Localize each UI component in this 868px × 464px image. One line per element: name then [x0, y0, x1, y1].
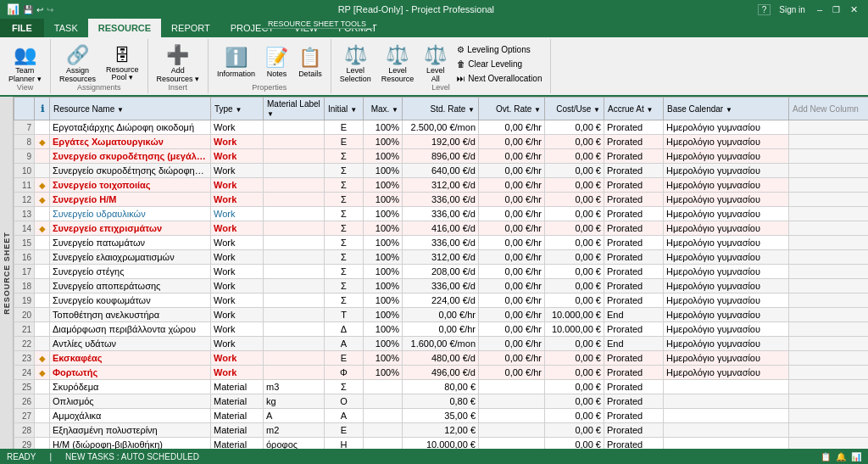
- row-std-rate[interactable]: 2.500,00 €/mon: [403, 120, 479, 135]
- row-material[interactable]: m3: [264, 380, 325, 394]
- row-std-rate[interactable]: 336,00 €/d: [403, 193, 479, 207]
- row-std-rate[interactable]: 1.600,00 €/mon: [403, 337, 479, 351]
- row-type[interactable]: Work: [211, 207, 264, 221]
- row-ovt-rate[interactable]: [479, 423, 545, 438]
- notes-btn[interactable]: 📝 Notes: [262, 45, 292, 80]
- row-max[interactable]: [364, 438, 403, 450]
- row-cost-use[interactable]: 0,00 €: [545, 265, 604, 279]
- row-max[interactable]: [364, 409, 403, 423]
- row-ovt-rate[interactable]: 0,00 €/hr: [479, 366, 545, 380]
- row-max[interactable]: 100%: [364, 337, 403, 351]
- row-ovt-rate[interactable]: 0,00 €/hr: [479, 265, 545, 279]
- row-calendar[interactable]: [664, 394, 789, 409]
- row-name[interactable]: Συνεργείο τοιχοποιίας: [50, 178, 211, 193]
- row-cost-use[interactable]: 0,00 €: [545, 120, 604, 135]
- row-name[interactable]: Συνεργείο αποπεράτωσης: [50, 279, 211, 293]
- col-header-type[interactable]: Type ▼: [211, 98, 264, 120]
- row-initials[interactable]: Σ: [325, 250, 364, 265]
- row-name[interactable]: Εργοταξιάρχης Διώροφη οικοδομή: [50, 120, 211, 135]
- row-std-rate[interactable]: 208,00 €/d: [403, 265, 479, 279]
- row-initials[interactable]: Σ: [325, 149, 364, 164]
- row-material[interactable]: kg: [264, 394, 325, 409]
- row-name[interactable]: Εξηλασμένη πολυστερίνη: [50, 423, 211, 438]
- information-btn[interactable]: ℹ️ Information: [214, 45, 259, 80]
- row-type[interactable]: Material: [211, 438, 264, 450]
- row-type[interactable]: Work: [211, 193, 264, 207]
- row-calendar[interactable]: Ημερολόγιο γυμνασίου: [664, 279, 789, 293]
- row-cost-use[interactable]: 0,00 €: [545, 337, 604, 351]
- row-name[interactable]: Συνεργείο κουφωμάτων: [50, 293, 211, 308]
- row-max[interactable]: 100%: [364, 164, 403, 178]
- table-row[interactable]: 14 ◆ Συνεργείο επιχρισμάτων Work Σ 100% …: [14, 221, 869, 236]
- row-type[interactable]: Material: [211, 394, 264, 409]
- row-cost-use[interactable]: 0,00 €: [545, 178, 604, 193]
- row-ovt-rate[interactable]: 0,00 €/hr: [479, 279, 545, 293]
- row-std-rate[interactable]: 480,00 €/d: [403, 351, 479, 366]
- row-std-rate[interactable]: 10.000,00 €: [403, 438, 479, 450]
- table-row[interactable]: 13 Συνεργείο υδραυλικών Work Σ 100% 336,…: [14, 207, 869, 221]
- row-material[interactable]: [264, 221, 325, 236]
- row-type[interactable]: Work: [211, 135, 264, 149]
- row-std-rate[interactable]: 336,00 €/d: [403, 279, 479, 293]
- row-ovt-rate[interactable]: 0,00 €/hr: [479, 193, 545, 207]
- level-selection-btn[interactable]: ⚖️ LevelSelection: [337, 42, 375, 86]
- col-header-calendar[interactable]: Base Calendar ▼: [664, 98, 789, 120]
- row-ovt-rate[interactable]: 0,00 €/hr: [479, 351, 545, 366]
- col-header-name[interactable]: Resource Name ▼: [50, 98, 211, 120]
- row-material[interactable]: [264, 135, 325, 149]
- row-initials[interactable]: E: [325, 351, 364, 366]
- row-name[interactable]: Τοποθέτηση ανελκυστήρα: [50, 308, 211, 322]
- row-accrue[interactable]: Prorated: [604, 164, 664, 178]
- row-type[interactable]: Work: [211, 308, 264, 322]
- row-type[interactable]: Material: [211, 380, 264, 394]
- row-accrue[interactable]: Prorated: [604, 423, 664, 438]
- table-row[interactable]: 25 Σκυρόδεμα Material m3 Σ 80,00 € 0,00 …: [14, 380, 869, 394]
- table-row[interactable]: 12 ◆ Συνεργείο Η/Μ Work Σ 100% 336,00 €/…: [14, 193, 869, 207]
- row-std-rate[interactable]: 640,00 €/d: [403, 164, 479, 178]
- row-ovt-rate[interactable]: 0,00 €/hr: [479, 308, 545, 322]
- row-material[interactable]: [264, 351, 325, 366]
- row-name[interactable]: Διαμόρφωση περιβάλλοντα χώρου: [50, 322, 211, 337]
- row-material[interactable]: A: [264, 409, 325, 423]
- row-calendar[interactable]: Ημερολόγιο γυμνασίου: [664, 221, 789, 236]
- row-initials[interactable]: Σ: [325, 265, 364, 279]
- row-cost-use[interactable]: 0,00 €: [545, 221, 604, 236]
- tab-task[interactable]: TASK: [44, 19, 88, 37]
- row-max[interactable]: 100%: [364, 193, 403, 207]
- resource-pool-btn[interactable]: 🗄 ResourcePool ▾: [103, 44, 142, 85]
- row-calendar[interactable]: Ημερολόγιο γυμνασίου: [664, 265, 789, 279]
- row-ovt-rate[interactable]: [479, 394, 545, 409]
- row-ovt-rate[interactable]: 0,00 €/hr: [479, 207, 545, 221]
- row-name[interactable]: Φορτωτής: [50, 366, 211, 380]
- col-header-material[interactable]: Material Label ▼: [264, 98, 325, 120]
- row-name[interactable]: Εργάτες Χωματουργικών: [50, 135, 211, 149]
- col-header-ovt-rate[interactable]: Ovt. Rate ▼: [479, 98, 545, 120]
- row-calendar[interactable]: Ημερολόγιο γυμνασίου: [664, 149, 789, 164]
- row-max[interactable]: [364, 423, 403, 438]
- row-ovt-rate[interactable]: [479, 438, 545, 450]
- row-cost-use[interactable]: 0,00 €: [545, 438, 604, 450]
- row-cost-use[interactable]: 0,00 €: [545, 293, 604, 308]
- row-name[interactable]: Εκσκαφέας: [50, 351, 211, 366]
- row-max[interactable]: [364, 380, 403, 394]
- row-calendar[interactable]: [664, 423, 789, 438]
- row-max[interactable]: [364, 394, 403, 409]
- row-name[interactable]: Σκυρόδεμα: [50, 380, 211, 394]
- row-material[interactable]: [264, 293, 325, 308]
- row-material[interactable]: [264, 164, 325, 178]
- row-type[interactable]: Work: [211, 149, 264, 164]
- table-row[interactable]: 15 Συνεργείο πατωμάτων Work Σ 100% 336,0…: [14, 236, 869, 250]
- row-std-rate[interactable]: 896,00 €/d: [403, 149, 479, 164]
- col-header-accrue[interactable]: Accrue At ▼: [604, 98, 664, 120]
- row-std-rate[interactable]: 224,00 €/d: [403, 293, 479, 308]
- row-type[interactable]: Material: [211, 409, 264, 423]
- row-name[interactable]: Συνεργείο Η/Μ: [50, 193, 211, 207]
- details-btn[interactable]: 📋 Details: [295, 45, 326, 80]
- row-calendar[interactable]: Ημερολόγιο γυμνασίου: [664, 293, 789, 308]
- row-std-rate[interactable]: 0,00 €/hr: [403, 322, 479, 337]
- row-initials[interactable]: Σ: [325, 236, 364, 250]
- row-cost-use[interactable]: 0,00 €: [545, 366, 604, 380]
- row-initials[interactable]: Δ: [325, 322, 364, 337]
- row-max[interactable]: 100%: [364, 293, 403, 308]
- row-initials[interactable]: Σ: [325, 380, 364, 394]
